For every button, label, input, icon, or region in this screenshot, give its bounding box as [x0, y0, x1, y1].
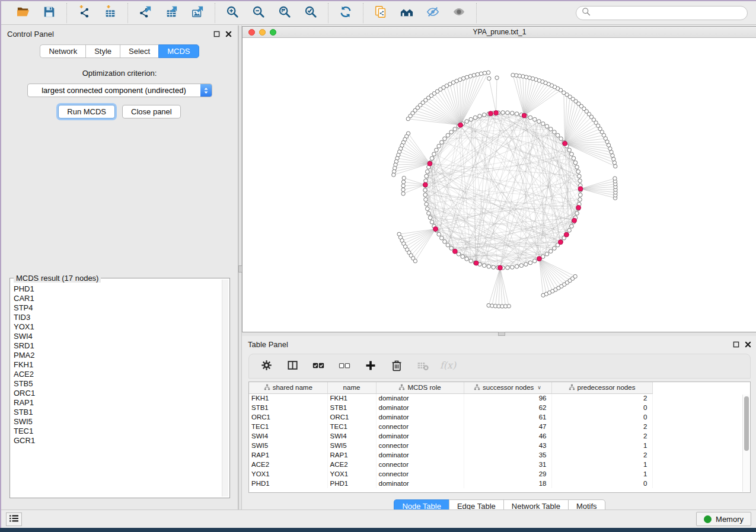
- table-cell[interactable]: 1: [551, 460, 652, 469]
- table-cell[interactable]: ORC1: [249, 412, 327, 422]
- export-table-button[interactable]: [160, 4, 183, 23]
- table-cell[interactable]: FKH1: [249, 393, 327, 403]
- mcds-node-item[interactable]: PMA2: [14, 351, 221, 360]
- criterion-dropdown[interactable]: largest connected component (undirected): [27, 84, 212, 97]
- mcds-hub-node[interactable]: [489, 111, 493, 116]
- table-cell[interactable]: 61: [464, 412, 551, 422]
- table-row[interactable]: STB1STB1dominator620: [249, 403, 652, 412]
- table-cell[interactable]: connector: [376, 469, 464, 479]
- table-row[interactable]: SWI4SWI4dominator462: [249, 431, 652, 441]
- ring-node[interactable]: [575, 165, 579, 169]
- ring-node[interactable]: [559, 137, 563, 141]
- mcds-node-item[interactable]: SRD1: [14, 341, 221, 351]
- network-canvas[interactable]: [243, 38, 756, 331]
- ring-node[interactable]: [528, 116, 532, 120]
- ring-node[interactable]: [519, 264, 524, 268]
- ring-node[interactable]: [567, 228, 572, 232]
- table-cell[interactable]: YOX1: [327, 469, 376, 479]
- leaf-node[interactable]: [468, 74, 472, 78]
- zoom-out-button[interactable]: [247, 4, 270, 23]
- tab-select[interactable]: Select: [120, 44, 158, 58]
- ring-node[interactable]: [425, 202, 429, 206]
- ring-node[interactable]: [578, 174, 582, 178]
- ring-node[interactable]: [430, 156, 434, 161]
- ring-node[interactable]: [428, 216, 432, 220]
- search-input[interactable]: [594, 9, 742, 17]
- ring-node[interactable]: [532, 117, 537, 121]
- ring-node[interactable]: [578, 193, 582, 197]
- column-settings-button[interactable]: [257, 357, 275, 375]
- ring-node[interactable]: [440, 236, 444, 240]
- table-cell[interactable]: ACE2: [327, 460, 376, 469]
- ring-node[interactable]: [545, 252, 549, 257]
- table-cell[interactable]: connector: [376, 422, 464, 431]
- ring-node[interactable]: [430, 220, 434, 224]
- table-cell[interactable]: SWI5: [327, 441, 376, 450]
- ring-node[interactable]: [457, 252, 461, 257]
- table-cell[interactable]: RAP1: [249, 450, 327, 460]
- mcds-node-item[interactable]: CAR1: [14, 294, 221, 303]
- table-cell[interactable]: 2: [551, 431, 652, 441]
- table-cell[interactable]: TEC1: [327, 422, 376, 431]
- table-cell[interactable]: 2: [551, 450, 652, 460]
- leaf-node[interactable]: [562, 91, 566, 94]
- table-cell[interactable]: dominator: [376, 431, 464, 441]
- table-cell[interactable]: 29: [464, 469, 551, 479]
- ring-node[interactable]: [501, 111, 505, 115]
- apply-layout-button[interactable]: [334, 4, 357, 23]
- mcds-node-item[interactable]: STP4: [14, 303, 221, 313]
- table-cell[interactable]: YOX1: [249, 469, 327, 479]
- ring-node[interactable]: [465, 257, 469, 261]
- ring-node[interactable]: [449, 246, 454, 251]
- mcds-hub-node[interactable]: [578, 187, 583, 191]
- tab-mcds[interactable]: MCDS: [158, 44, 199, 58]
- export-image-button[interactable]: [186, 4, 209, 23]
- leaf-node[interactable]: [613, 177, 617, 180]
- ring-node[interactable]: [541, 122, 545, 126]
- close-panel-button[interactable]: Close panel: [122, 105, 181, 118]
- column-header-shared-name[interactable]: shared name: [249, 382, 327, 393]
- leaf-node[interactable]: [392, 173, 395, 177]
- ring-node[interactable]: [443, 240, 447, 244]
- table-cell[interactable]: ACE2: [249, 460, 327, 469]
- leaf-node[interactable]: [614, 164, 617, 168]
- table-cell[interactable]: ORC1: [327, 412, 376, 422]
- table-cell[interactable]: dominator: [376, 403, 464, 412]
- ring-node[interactable]: [553, 246, 557, 251]
- table-row[interactable]: ACE2ACE2connector311: [249, 460, 652, 469]
- table-cell[interactable]: 1: [551, 441, 652, 450]
- ring-node[interactable]: [424, 197, 428, 201]
- table-cell[interactable]: 2: [551, 393, 652, 403]
- ring-node[interactable]: [426, 169, 430, 174]
- mcds-result-list[interactable]: PHD1CAR1STP4TID3YOX1SWI4SRD1PMA2FKH1ACE2…: [14, 284, 221, 496]
- mcds-hub-node[interactable]: [522, 113, 527, 118]
- table-cell[interactable]: 35: [464, 450, 551, 460]
- mcds-node-item[interactable]: SWI4: [14, 332, 221, 341]
- leaf-node[interactable]: [486, 70, 490, 74]
- ring-node[interactable]: [469, 259, 473, 263]
- ring-node[interactable]: [578, 197, 582, 201]
- close-panel-icon[interactable]: [745, 341, 751, 348]
- mcds-hub-node[interactable]: [498, 265, 503, 270]
- ring-node[interactable]: [570, 225, 574, 229]
- network-window-titlebar[interactable]: YPA_prune.txt_1: [243, 27, 756, 38]
- ring-node[interactable]: [556, 133, 560, 137]
- mcds-hub-node[interactable]: [564, 232, 569, 237]
- mcds-hub-node[interactable]: [537, 257, 542, 261]
- column-header-MCDS-role[interactable]: MCDS role: [376, 382, 464, 393]
- ring-node[interactable]: [482, 113, 486, 117]
- deselect-all-columns-button[interactable]: [336, 357, 353, 375]
- table-cell[interactable]: dominator: [376, 412, 464, 422]
- leaf-node[interactable]: [612, 157, 615, 161]
- leaf-node[interactable]: [573, 274, 577, 278]
- ring-node[interactable]: [492, 265, 496, 270]
- table-cell[interactable]: dominator: [376, 479, 464, 488]
- leaf-node[interactable]: [495, 76, 499, 79]
- table-cell[interactable]: dominator: [376, 450, 464, 460]
- ring-node[interactable]: [572, 156, 576, 161]
- ring-node[interactable]: [570, 152, 574, 156]
- table-cell[interactable]: 18: [464, 479, 551, 488]
- mcds-hub-node[interactable]: [428, 161, 432, 166]
- tab-style[interactable]: Style: [85, 44, 120, 58]
- leaf-node[interactable]: [476, 72, 479, 76]
